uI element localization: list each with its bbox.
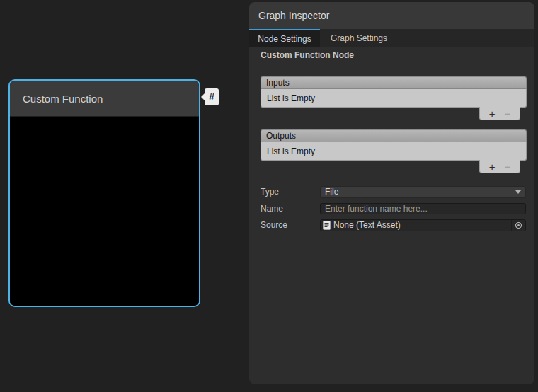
type-row: Type File: [261, 185, 527, 198]
node-settings-heading: Custom Function Node: [261, 50, 354, 60]
outputs-remove-button[interactable]: −: [504, 161, 510, 172]
inspector-title: Graph Inspector: [258, 10, 329, 21]
inputs-add-button[interactable]: +: [489, 108, 496, 119]
hash-badge-label: #: [209, 91, 214, 103]
inspector-body: Custom Function Node Inputs List is Empt…: [249, 47, 534, 384]
text-asset-icon: [323, 221, 331, 230]
outputs-list-empty-label: List is Empty: [267, 146, 315, 156]
outputs-list-header-label: Outputs: [266, 131, 296, 141]
tab-graph-settings[interactable]: Graph Settings: [320, 29, 398, 47]
inputs-list-footer: + −: [479, 107, 520, 120]
inputs-list-empty-row: List is Empty: [261, 89, 527, 108]
outputs-add-button[interactable]: +: [489, 161, 496, 172]
source-row: Source None (Text Asset): [261, 219, 527, 231]
type-label: Type: [261, 187, 320, 197]
outputs-list-empty-row: List is Empty: [261, 142, 527, 161]
name-label: Name: [261, 204, 320, 214]
shader-graph-window: Custom Function # Graph Inspector Node S…: [0, 0, 538, 392]
inspector-header[interactable]: Graph Inspector: [249, 2, 534, 29]
outputs-list-header: Outputs: [261, 129, 527, 142]
hash-badge-icon[interactable]: #: [205, 88, 219, 105]
source-object-value: None (Text Asset): [333, 220, 401, 230]
inputs-list-header-label: Inputs: [266, 78, 290, 88]
node-title: Custom Function: [23, 93, 103, 105]
type-dropdown[interactable]: File: [320, 186, 526, 198]
source-label: Source: [261, 220, 320, 230]
object-picker-icon: [515, 221, 522, 229]
inputs-list: Inputs List is Empty + −: [261, 76, 527, 120]
inspector-tabstrip: Node Settings Graph Settings: [249, 29, 534, 47]
graph-inspector-panel: Graph Inspector Node Settings Graph Sett…: [249, 2, 534, 384]
chevron-down-icon: [515, 190, 521, 194]
source-object-field[interactable]: None (Text Asset): [320, 219, 526, 231]
function-name-input[interactable]: [320, 203, 526, 214]
outputs-list-footer: + −: [479, 160, 520, 173]
inputs-remove-button[interactable]: −: [504, 108, 510, 119]
type-dropdown-value: File: [325, 187, 338, 197]
custom-function-node[interactable]: Custom Function: [8, 79, 200, 307]
tab-graph-settings-label: Graph Settings: [331, 33, 387, 43]
tab-node-settings[interactable]: Node Settings: [249, 29, 320, 47]
node-preview-body: [10, 117, 199, 307]
inputs-list-header: Inputs: [261, 76, 527, 89]
node-titlebar[interactable]: Custom Function: [10, 81, 199, 117]
name-row: Name: [261, 202, 527, 215]
tab-node-settings-label: Node Settings: [258, 34, 311, 44]
object-picker-button[interactable]: [511, 220, 525, 231]
outputs-list: Outputs List is Empty + −: [261, 129, 527, 173]
inputs-list-empty-label: List is Empty: [267, 93, 315, 103]
